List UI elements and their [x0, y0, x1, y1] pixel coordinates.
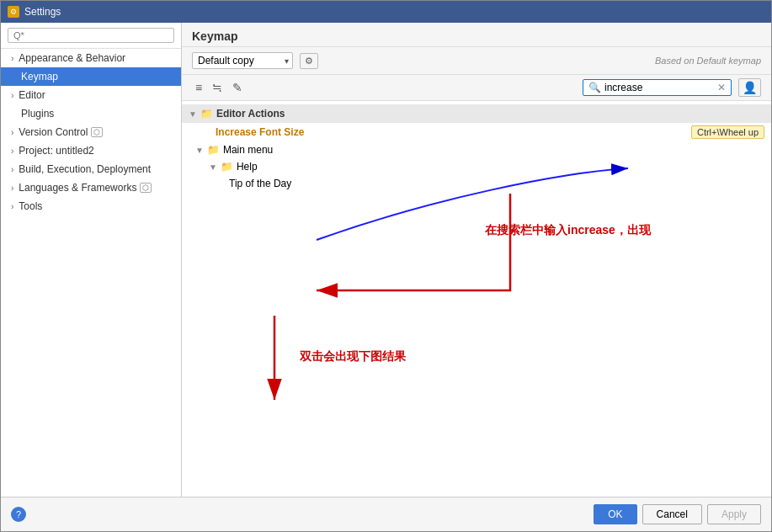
panel-title: Keymap [182, 23, 771, 47]
sidebar-item-languages[interactable]: › Languages & Frameworks ⬡ [1, 178, 181, 197]
search-clear-icon[interactable]: ✕ [717, 82, 726, 93]
sidebar-item-label: Project: untitled2 [19, 145, 93, 157]
bottom-bar: ? OK Cancel Apply [1, 497, 771, 531]
annotation-container: ▼ 📁 Editor Actions Increase Font Size Ct… [182, 101, 771, 497]
main-content: › Appearance & Behavior Keymap › Editor … [1, 23, 771, 497]
editor-actions-icon: 📁 [200, 108, 213, 120]
title-bar: ⚙ Settings [1, 1, 771, 23]
arrow-icon: › [11, 165, 13, 174]
tree-item-tip-of-day[interactable]: Tip of the Day [182, 175, 771, 192]
app-icon: ⚙ [8, 6, 19, 18]
shortcut-badge: Ctrl+\Wheel up [691, 125, 764, 139]
gear-button[interactable]: ⚙ [300, 53, 318, 69]
collapse-all-button[interactable]: ≒ [209, 79, 226, 96]
right-panel: Keymap Default copy ⚙ Based on Default k… [182, 23, 771, 497]
sidebar-item-label: Build, Execution, Deployment [19, 163, 151, 175]
tip-of-day-label: Tip of the Day [229, 178, 291, 189]
tree-item-increase-font[interactable]: Increase Font Size Ctrl+\Wheel up [182, 123, 771, 141]
tree-section-editor-actions: ▼ 📁 Editor Actions [182, 104, 771, 123]
keymap-dropdown-wrapper: Default copy [192, 52, 293, 69]
main-menu-folder-icon: 📁 [207, 144, 220, 156]
sidebar-search-container [1, 23, 181, 49]
sidebar-item-label: Editor [19, 89, 45, 101]
keymap-search-input[interactable] [604, 82, 714, 93]
tree-container: ▼ 📁 Editor Actions Increase Font Size Ct… [182, 101, 771, 497]
sidebar-item-plugins[interactable]: Plugins [1, 104, 181, 123]
sidebar: › Appearance & Behavior Keymap › Editor … [1, 23, 182, 497]
arrow-icon: › [11, 184, 13, 193]
edit-button[interactable]: ✎ [229, 79, 246, 96]
cancel-button[interactable]: Cancel [642, 504, 702, 524]
sidebar-item-label: Plugins [11, 108, 54, 120]
vcs-badge: ⬡ [91, 127, 103, 137]
search-box: 🔍 ✕ [583, 79, 732, 96]
title-text: Settings [24, 6, 61, 18]
search-user-icon[interactable]: 👤 [738, 78, 761, 97]
keymap-toolbar: Default copy ⚙ Based on Default keymap [182, 47, 771, 75]
arrow-icon: › [11, 54, 13, 63]
sidebar-item-version-control[interactable]: › Version Control ⬡ [1, 123, 181, 141]
sidebar-item-editor[interactable]: › Editor [1, 86, 181, 104]
sidebar-item-label: Version Control [19, 126, 88, 138]
help-label: Help [237, 161, 258, 173]
sidebar-item-appearance[interactable]: › Appearance & Behavior [1, 49, 181, 67]
sidebar-item-label: Appearance & Behavior [19, 52, 125, 64]
lang-badge: ⬡ [140, 183, 152, 193]
sidebar-item-label: Keymap [11, 71, 58, 82]
arrow-icon: › [11, 202, 13, 211]
arrow-icon: › [11, 128, 13, 137]
sidebar-item-keymap[interactable]: Keymap [1, 67, 181, 86]
tree-group-help[interactable]: ▼ 📁 Help [182, 158, 771, 175]
ok-button[interactable]: OK [594, 504, 636, 524]
sidebar-item-tools[interactable]: › Tools [1, 197, 181, 215]
help-collapse-icon: ▼ [209, 162, 217, 172]
settings-window: ⚙ Settings › Appearance & Behavior Keyma… [0, 0, 772, 532]
help-folder-icon: 📁 [221, 161, 233, 173]
increase-font-label: Increase Font Size [216, 126, 304, 138]
arrow-icon: › [11, 91, 13, 100]
arrow-icon: › [11, 146, 13, 156]
sidebar-item-build[interactable]: › Build, Execution, Deployment [1, 160, 181, 178]
main-menu-label: Main menu [223, 144, 273, 156]
expand-all-button[interactable]: ≡ [192, 79, 205, 96]
apply-button[interactable]: Apply [707, 504, 761, 524]
main-menu-collapse-icon: ▼ [195, 146, 204, 155]
tree-section-label: Editor Actions [216, 108, 285, 120]
sidebar-item-label: Tools [19, 200, 42, 212]
tree-group-main-menu[interactable]: ▼ 📁 Main menu [182, 141, 771, 158]
based-on-label: Based on Default keymap [655, 56, 761, 66]
collapse-icon: ▼ [189, 109, 197, 119]
sidebar-item-label: Languages & Frameworks [19, 182, 136, 194]
search-icon: 🔍 [588, 82, 601, 93]
sidebar-search-input[interactable] [8, 28, 174, 43]
action-toolbar: ≡ ≒ ✎ 🔍 ✕ 👤 [182, 75, 771, 101]
sidebar-item-project[interactable]: › Project: untitled2 [1, 141, 181, 160]
keymap-dropdown[interactable]: Default copy [192, 52, 293, 69]
help-button[interactable]: ? [11, 507, 26, 522]
